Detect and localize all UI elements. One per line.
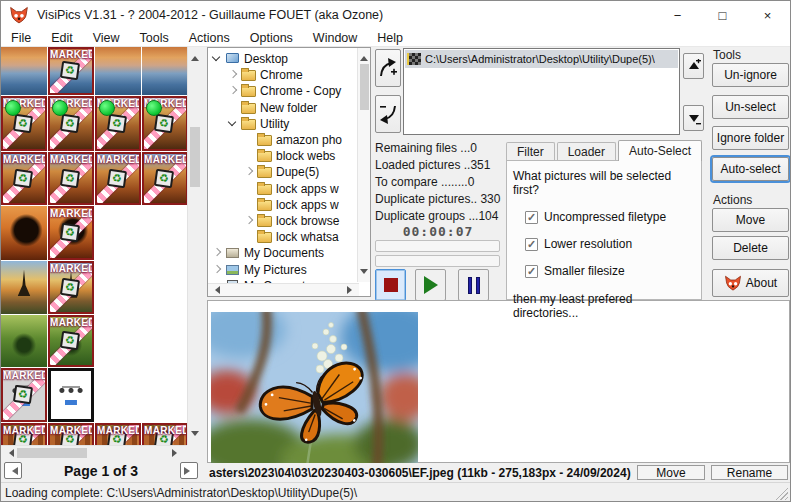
tab[interactable]: Auto-Select xyxy=(618,140,702,161)
priority-up-button[interactable] xyxy=(683,53,704,79)
thumbnail[interactable]: MARKED xyxy=(95,423,141,445)
selected-folder-row[interactable]: C:\Users\Administrator\Desktop\Utility\D… xyxy=(405,50,678,68)
auto-select-button[interactable]: Auto-select xyxy=(712,157,789,181)
expander-chevron-icon[interactable] xyxy=(243,134,255,146)
thumbnail[interactable] xyxy=(1,261,47,314)
scroll-left-icon[interactable] xyxy=(211,286,220,294)
next-page-icon[interactable] xyxy=(180,462,198,479)
scroll-thumb[interactable] xyxy=(190,127,200,187)
expander-chevron-icon[interactable] xyxy=(243,231,255,243)
tree-item[interactable]: amazon pho xyxy=(208,132,370,148)
menu-item[interactable]: Window xyxy=(303,31,367,45)
thumbnail[interactable] xyxy=(1,315,47,367)
scroll-left-icon[interactable] xyxy=(5,449,14,457)
source-folder-list[interactable]: C:\Users\Administrator\Desktop\Utility\D… xyxy=(403,48,680,135)
expander-chevron-icon[interactable] xyxy=(243,166,255,178)
tree-item[interactable]: New folder xyxy=(208,100,370,116)
auto-select-option[interactable]: Smaller filesize xyxy=(525,264,695,278)
thumbnail[interactable]: MARKED xyxy=(95,152,141,205)
scroll-up-icon[interactable] xyxy=(360,52,368,61)
about-button[interactable]: About xyxy=(712,269,789,297)
scroll-right-icon[interactable] xyxy=(347,286,356,294)
menu-item[interactable]: Options xyxy=(240,31,303,45)
thumbnail[interactable]: MARKED xyxy=(1,96,47,151)
rename-file-button[interactable]: Rename xyxy=(711,465,788,480)
thumbnail[interactable] xyxy=(95,47,141,95)
thumbnail[interactable] xyxy=(1,206,47,260)
un-ignore-button[interactable]: Un-ignore xyxy=(712,63,789,87)
remove-folder-button[interactable] xyxy=(375,95,401,133)
menu-item[interactable]: Edit xyxy=(41,31,83,45)
ignore-folder-button[interactable]: Ignore folder xyxy=(712,126,789,150)
scroll-right-icon[interactable] xyxy=(172,449,181,457)
tree-item[interactable]: My Pictures xyxy=(208,261,370,277)
move-file-button[interactable]: Move xyxy=(637,465,705,480)
tree-item[interactable]: Desktop xyxy=(208,51,370,67)
scroll-thumb[interactable] xyxy=(360,64,369,110)
expander-chevron-icon[interactable] xyxy=(243,150,255,162)
previous-page-icon[interactable] xyxy=(4,462,22,479)
thumbnail[interactable] xyxy=(142,47,187,95)
expander-chevron-icon[interactable] xyxy=(243,183,255,195)
thumbnails-vertical-scrollbar[interactable] xyxy=(187,47,201,445)
tree-horizontal-scrollbar[interactable] xyxy=(208,283,359,296)
expander-chevron-icon[interactable] xyxy=(227,118,239,130)
tree-item[interactable]: Dupe(5) xyxy=(208,164,370,180)
expander-chevron-icon[interactable] xyxy=(211,264,223,276)
thumbnail[interactable]: MARKED xyxy=(1,423,47,445)
scroll-down-icon[interactable] xyxy=(191,431,199,440)
tree-item[interactable]: lock browse xyxy=(208,213,370,229)
menu-item[interactable]: Tools xyxy=(130,31,179,45)
add-folder-button[interactable] xyxy=(375,49,401,87)
menu-item[interactable]: Actions xyxy=(179,31,240,45)
tree-item[interactable]: lock whatsa xyxy=(208,229,370,245)
thumbnail[interactable]: MARKED xyxy=(142,96,187,151)
thumbnail[interactable]: MARKED xyxy=(142,423,187,445)
play-button[interactable] xyxy=(415,269,446,301)
thumbnails-horizontal-scrollbar[interactable] xyxy=(1,445,187,459)
tree-item[interactable]: Chrome - Copy xyxy=(208,83,370,99)
checkbox[interactable] xyxy=(525,211,538,224)
maximize-button[interactable]: □ xyxy=(700,1,745,29)
pause-button[interactable] xyxy=(458,269,489,301)
thumbnail[interactable]: MARKED xyxy=(48,423,94,445)
thumbnail[interactable] xyxy=(1,47,47,95)
thumbnail[interactable]: MARKED xyxy=(48,315,94,367)
close-button[interactable]: × xyxy=(745,1,790,29)
resize-grip[interactable] xyxy=(775,487,788,500)
thumbnail[interactable]: MARKED xyxy=(48,47,94,95)
scroll-thumb[interactable] xyxy=(17,448,87,458)
tree-item[interactable]: block webs xyxy=(208,148,370,164)
auto-select-option[interactable]: Uncompressed filetype xyxy=(525,210,695,224)
thumbnail[interactable]: MARKED xyxy=(1,152,47,205)
expander-chevron-icon[interactable] xyxy=(243,215,255,227)
menu-item[interactable]: Help xyxy=(367,31,413,45)
tree-item[interactable]: lock apps w xyxy=(208,181,370,197)
un-select-button[interactable]: Un-select xyxy=(712,95,789,119)
delete-button[interactable]: Delete xyxy=(712,236,789,260)
thumbnail[interactable]: MARKED xyxy=(48,206,94,260)
tree-vertical-scrollbar[interactable] xyxy=(357,48,370,282)
checkbox[interactable] xyxy=(525,265,538,278)
tree-item[interactable]: lock apps w xyxy=(208,197,370,213)
expander-chevron-icon[interactable] xyxy=(211,247,223,259)
thumbnail[interactable]: MARKED xyxy=(142,152,187,205)
scroll-down-icon[interactable] xyxy=(360,269,368,278)
tab[interactable]: Loader xyxy=(557,142,616,161)
scroll-up-icon[interactable] xyxy=(191,52,199,61)
minimize-button[interactable]: − xyxy=(655,1,700,29)
thumbnail[interactable]: MARKED xyxy=(48,96,94,151)
stop-button[interactable] xyxy=(375,269,406,301)
move-button[interactable]: Move xyxy=(712,208,789,232)
preview-image-butterfly[interactable] xyxy=(211,312,418,463)
menu-item[interactable]: View xyxy=(83,31,130,45)
auto-select-option[interactable]: Lower resolution xyxy=(525,237,695,251)
thumbnail[interactable]: MARKED xyxy=(48,152,94,205)
thumbnail[interactable] xyxy=(48,368,94,422)
expander-chevron-icon[interactable] xyxy=(227,69,239,81)
menu-item[interactable]: File xyxy=(1,31,41,45)
tree-item[interactable]: Utility xyxy=(208,116,370,132)
checkbox[interactable] xyxy=(525,238,538,251)
expander-chevron-icon[interactable] xyxy=(211,53,223,65)
priority-down-button[interactable] xyxy=(683,105,704,131)
